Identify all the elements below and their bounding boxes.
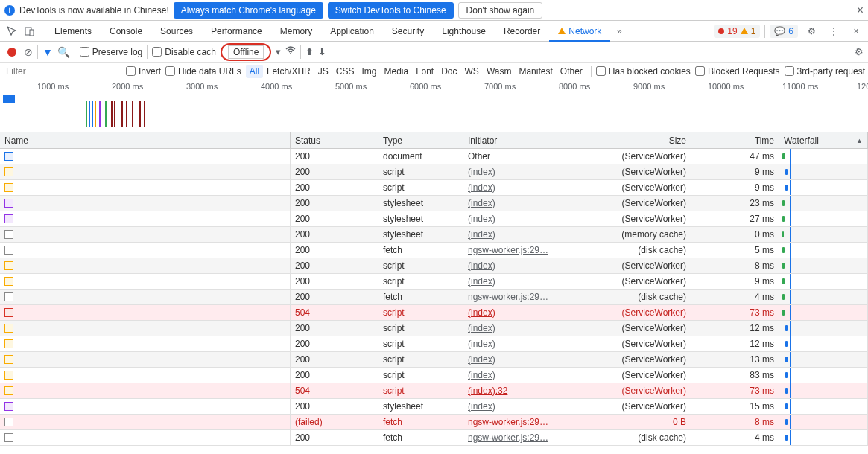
request-row[interactable]: 200script(index)(ServiceWorker)9 ms (0, 164, 868, 180)
blocked-requests-checkbox[interactable]: Blocked Requests (695, 66, 780, 77)
filter-type-other[interactable]: Other (557, 65, 586, 78)
initiator-cell[interactable]: (index) (463, 180, 548, 195)
filter-type-all[interactable]: All (246, 65, 263, 78)
filter-type-media[interactable]: Media (380, 65, 412, 78)
search-icon[interactable]: 🔍 (57, 46, 70, 58)
settings-icon[interactable]: ⚙ (802, 22, 820, 40)
initiator-cell[interactable]: (index) (463, 164, 548, 179)
request-row[interactable]: 200script(index)(ServiceWorker)83 ms (0, 368, 868, 383)
request-row[interactable]: 200script(index)(ServiceWorker)13 ms (0, 352, 868, 368)
upload-icon[interactable]: ⬆ (305, 46, 314, 57)
hide-data-urls-checkbox[interactable]: Hide data URLs (165, 66, 241, 77)
filter-type-ws[interactable]: WS (461, 65, 483, 78)
request-row[interactable]: 200fetchngsw-worker.js:29…(disk cache)4 … (0, 290, 868, 305)
request-row[interactable]: 200script(index)(ServiceWorker)12 ms (0, 336, 868, 352)
filter-toggle-icon[interactable]: ▼ (42, 46, 53, 58)
filter-type-manifest[interactable]: Manifest (515, 65, 556, 78)
col-name[interactable]: Name (0, 132, 291, 148)
initiator-cell[interactable]: (index) (463, 399, 548, 414)
kebab-menu-icon[interactable]: ⋮ (825, 22, 843, 40)
filter-type-js[interactable]: JS (314, 65, 332, 78)
initiator-cell[interactable]: (index) (463, 274, 548, 289)
tab-network[interactable]: Network (549, 21, 610, 42)
timeline-selection[interactable] (3, 95, 15, 103)
filter-type-fetch-xhr[interactable]: Fetch/XHR (263, 65, 314, 78)
initiator-cell[interactable]: (index):32 (463, 383, 548, 398)
initiator-cell[interactable]: (index) (463, 211, 548, 226)
request-row[interactable]: 200stylesheet(index)(memory cache)0 ms (0, 227, 868, 243)
tab-security[interactable]: Security (383, 21, 433, 42)
more-tabs-icon[interactable]: » (610, 22, 628, 40)
close-icon[interactable]: × (857, 4, 864, 17)
col-size[interactable]: Size (548, 132, 691, 148)
initiator-cell[interactable]: (index) (463, 352, 548, 367)
dont-show-button[interactable]: Don't show again (458, 2, 543, 19)
initiator-cell[interactable]: (index) (463, 305, 548, 320)
initiator-cell[interactable]: (index) (463, 336, 548, 351)
col-time[interactable]: Time (691, 132, 779, 148)
device-toggle-icon[interactable] (21, 22, 39, 40)
tab-application[interactable]: Application (321, 21, 383, 42)
tab-recorder[interactable]: Recorder (495, 21, 549, 42)
error-count-badge[interactable]: 19 1 (714, 25, 760, 38)
request-row[interactable]: 200fetchngsw-worker.js:29…(disk cache)4 … (0, 430, 868, 446)
tab-memory[interactable]: Memory (271, 21, 321, 42)
request-row[interactable]: 200script(index)(ServiceWorker)9 ms (0, 274, 868, 290)
request-row[interactable]: 200stylesheet(index)(ServiceWorker)27 ms (0, 211, 868, 227)
throttling-select[interactable]: Offline (228, 45, 264, 59)
filter-input[interactable] (3, 65, 121, 78)
filter-type-css[interactable]: CSS (332, 65, 358, 78)
request-row[interactable]: 200stylesheet(index)(ServiceWorker)23 ms (0, 196, 868, 211)
col-type[interactable]: Type (378, 132, 463, 148)
col-status[interactable]: Status (291, 132, 378, 148)
request-row[interactable]: 200documentOther(ServiceWorker)47 ms (0, 149, 868, 164)
request-row[interactable]: 200fetchngsw-worker.js:29…(disk cache)5 … (0, 243, 868, 258)
disable-cache-checkbox[interactable]: Disable cach (152, 47, 216, 57)
tab-sources[interactable]: Sources (151, 21, 202, 42)
initiator-cell[interactable]: (index) (463, 196, 548, 211)
blocked-cookies-checkbox[interactable]: Has blocked cookies (596, 66, 691, 77)
download-icon[interactable]: ⬇ (318, 46, 326, 57)
tab-lighthouse[interactable]: Lighthouse (433, 21, 495, 42)
filter-type-wasm[interactable]: Wasm (483, 65, 516, 78)
record-button[interactable] (7, 48, 16, 57)
initiator-cell[interactable]: ngsw-worker.js:29… (463, 290, 548, 304)
switch-chinese-button[interactable]: Switch DevTools to Chinese (328, 2, 454, 19)
request-row[interactable]: 504script(index):32(ServiceWorker)73 ms (0, 383, 868, 399)
initiator-cell[interactable]: ngsw-worker.js:29… (463, 243, 548, 258)
throttling-dropdown-icon[interactable]: ▾ (276, 46, 281, 57)
status-cell: 200 (291, 211, 378, 226)
request-row[interactable]: 504script(index)(ServiceWorker)73 ms (0, 305, 868, 321)
third-party-checkbox[interactable]: 3rd-party request (785, 66, 865, 77)
request-row[interactable]: 200script(index)(ServiceWorker)9 ms (0, 180, 868, 196)
initiator-cell[interactable]: ngsw-worker.js:29… (463, 415, 548, 429)
preserve-log-checkbox[interactable]: Preserve log (80, 47, 142, 57)
messages-badge[interactable]: 💬6 (770, 25, 798, 38)
inspect-icon[interactable] (3, 22, 21, 40)
always-match-button[interactable]: Always match Chrome's language (174, 2, 323, 19)
close-devtools-icon[interactable]: × (847, 22, 865, 40)
tab-performance[interactable]: Performance (202, 21, 271, 42)
clear-icon[interactable]: ⊘ (24, 46, 33, 58)
svg-rect-1 (30, 30, 34, 36)
col-waterfall[interactable]: Waterfall▲ (779, 132, 868, 148)
request-row[interactable]: (failed)fetchngsw-worker.js:29…0 B8 ms (0, 415, 868, 430)
filter-type-img[interactable]: Img (358, 65, 380, 78)
initiator-cell[interactable]: (index) (463, 368, 548, 383)
invert-checkbox[interactable]: Invert (126, 66, 161, 77)
request-row[interactable]: 200script(index)(ServiceWorker)12 ms (0, 321, 868, 336)
network-settings-icon[interactable]: ⚙ (855, 46, 864, 57)
initiator-cell[interactable]: (index) (463, 227, 548, 242)
initiator-cell[interactable]: ngsw-worker.js:29… (463, 430, 548, 445)
timeline-overview[interactable]: 1000 ms2000 ms3000 ms4000 ms5000 ms6000 … (0, 80, 868, 132)
wifi-icon[interactable] (285, 46, 296, 57)
filter-type-font[interactable]: Font (412, 65, 437, 78)
request-row[interactable]: 200stylesheet(index)(ServiceWorker)15 ms (0, 399, 868, 415)
col-initiator[interactable]: Initiator (463, 132, 548, 148)
initiator-cell[interactable]: (index) (463, 258, 548, 273)
tab-console[interactable]: Console (101, 21, 151, 42)
filter-type-doc[interactable]: Doc (437, 65, 460, 78)
tab-elements[interactable]: Elements (45, 21, 101, 42)
initiator-cell[interactable]: (index) (463, 321, 548, 336)
request-row[interactable]: 200script(index)(ServiceWorker)8 ms (0, 258, 868, 274)
